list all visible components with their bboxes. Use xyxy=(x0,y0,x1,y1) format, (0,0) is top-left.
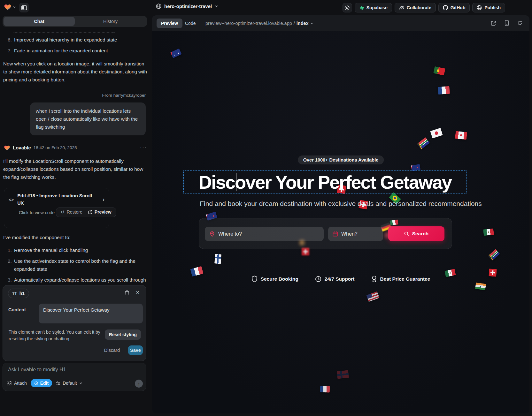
feature-support: 24/7 Support xyxy=(315,276,355,282)
lovable-logo-menu[interactable] xyxy=(4,3,16,11)
people-icon xyxy=(399,5,404,10)
composer-actions: Attach Edit xyxy=(7,379,82,387)
chevron-down-icon xyxy=(215,4,218,8)
when-input[interactable]: When? xyxy=(328,227,383,241)
image-icon xyxy=(7,381,12,385)
chevron-down-icon xyxy=(13,5,16,9)
hero-section: Over 1000+ Destinations Available Discov… xyxy=(152,31,529,413)
where-to-input[interactable]: Where to? xyxy=(205,227,324,241)
version-actions: ↺ Restore Preview xyxy=(56,208,116,217)
when-placeholder: When? xyxy=(341,231,358,237)
styling-note: This element can't be styled. You can ed… xyxy=(9,329,108,342)
list-item: 1.Remove the manual click handling xyxy=(4,246,147,254)
content-field-label: Content xyxy=(8,307,26,312)
trash-icon xyxy=(125,290,129,296)
refresh-icon xyxy=(517,20,522,26)
url-path: index xyxy=(297,21,309,26)
destinations-badge: Over 1000+ Destinations Available xyxy=(298,155,384,164)
message-menu-button[interactable]: ··· xyxy=(140,144,147,152)
attach-button[interactable]: Attach xyxy=(7,381,27,386)
chat-scroll-area[interactable]: 6.Improved visual hierarchy in the expan… xyxy=(0,29,151,285)
app-root: hero-optimizer-travel Supabase xyxy=(0,0,532,416)
location-pin-icon xyxy=(209,231,215,237)
topbar-actions: Supabase Collaborate GitHub xyxy=(343,3,505,12)
external-link-icon xyxy=(88,210,92,214)
chevron-down-icon xyxy=(310,22,313,25)
feature-secure-booking: Secure Booking xyxy=(251,276,298,282)
send-button[interactable]: ↑ xyxy=(135,380,143,388)
sliders-icon xyxy=(56,381,60,385)
composer-input[interactable] xyxy=(8,367,136,373)
restore-button[interactable]: ↺ Restore xyxy=(61,208,82,216)
preview-label: Preview xyxy=(95,208,112,216)
globe-icon xyxy=(477,5,482,10)
save-button[interactable]: Save xyxy=(128,345,143,355)
preview-panel: Preview Code preview--hero-optimizer-tra… xyxy=(152,15,529,413)
clipped-text-row xyxy=(13,31,115,33)
content-textarea[interactable]: Discover Your Perfect Getaway xyxy=(39,304,143,323)
preview-version-button[interactable]: Preview xyxy=(88,208,112,216)
edit-card-header: <> Edit #18 • Improve Location Scroll UX… xyxy=(9,192,104,208)
feature-label: Best Price Guarantee xyxy=(380,276,430,282)
sidebar-tabs: Chat History xyxy=(3,16,147,27)
project-selector[interactable]: hero-optimizer-travel xyxy=(156,4,218,9)
settings-button[interactable] xyxy=(343,3,352,12)
panel-left-icon xyxy=(21,5,27,10)
open-in-new-tab-button[interactable] xyxy=(491,20,496,26)
hero-title: Discover Your Perfect Getaway xyxy=(198,171,451,193)
modified-list: 1.Remove the manual click handling2.Use … xyxy=(4,246,147,285)
search-button[interactable]: Search xyxy=(388,226,444,241)
chat-sidebar: Chat History 6.Improved visual hierarchy… xyxy=(0,15,151,416)
assistant-paragraph: I've modified the component to: xyxy=(3,233,148,241)
assistant-header-row: Lovable 18:42 on Feb 20, 2025 ··· xyxy=(4,144,147,152)
element-tag-chip[interactable]: TT h1 xyxy=(8,289,29,298)
discard-button[interactable]: Discard xyxy=(104,348,120,353)
message-sender-label: From harrymckayroper xyxy=(0,92,146,99)
preview-url-bar[interactable]: preview--hero-optimizer-travel.lovable.a… xyxy=(205,21,313,26)
top-bar: hero-optimizer-travel Supabase xyxy=(0,0,532,15)
edit-card-title: Edit #18 • Improve Location Scroll UX xyxy=(17,192,99,208)
list-item: 6.Improved visual hierarchy in the expan… xyxy=(4,36,147,44)
close-panel-button[interactable]: × xyxy=(136,289,139,295)
refresh-button[interactable] xyxy=(517,20,522,26)
external-link-icon xyxy=(491,20,496,26)
chevron-down-icon xyxy=(79,382,82,385)
selected-h1-element[interactable]: Discover Your Perfect Getaway xyxy=(184,171,466,193)
lovable-heart-icon xyxy=(4,3,12,11)
where-to-placeholder: Where to? xyxy=(218,231,242,237)
publish-button[interactable]: Publish xyxy=(472,3,505,12)
sidebar-toggle-button[interactable] xyxy=(19,3,29,12)
tab-preview[interactable]: Preview xyxy=(157,19,182,28)
mode-selector[interactable]: Default xyxy=(56,381,82,386)
mobile-view-button[interactable] xyxy=(505,20,509,26)
collaborate-button[interactable]: Collaborate xyxy=(395,3,436,12)
tab-chat[interactable]: Chat xyxy=(4,17,75,26)
delete-element-button[interactable] xyxy=(125,290,129,296)
supabase-button[interactable]: Supabase xyxy=(355,3,392,12)
edit-version-card[interactable]: <> Edit #18 • Improve Location Scroll UX… xyxy=(4,188,109,229)
preview-viewport[interactable]: Over 1000+ Destinations Available Discov… xyxy=(152,31,529,413)
feature-price-guarantee: Best Price Guarantee xyxy=(371,276,430,282)
phone-icon xyxy=(505,20,509,26)
github-label: GitHub xyxy=(451,5,466,10)
project-name: hero-optimizer-travel xyxy=(164,4,212,9)
tab-history[interactable]: History xyxy=(75,17,146,26)
clock-icon xyxy=(315,276,321,282)
supabase-icon xyxy=(359,5,364,10)
chat-composer: Attach Edit xyxy=(3,363,146,391)
url-separator: / xyxy=(294,21,295,26)
edit-mode-button[interactable]: Edit xyxy=(31,379,52,387)
target-icon xyxy=(34,381,38,385)
mode-label: Default xyxy=(63,381,77,386)
reset-styling-button[interactable]: Reset styling xyxy=(105,329,141,340)
list-item: 3.Automatically expand/collapse location… xyxy=(4,276,147,285)
lovable-heart-icon xyxy=(4,145,10,151)
github-button[interactable]: GitHub xyxy=(438,3,470,12)
user-message-bubble: when i scroll into the individual locati… xyxy=(30,102,146,135)
list-item: 7.Fade-in animation for the expanded con… xyxy=(4,47,147,55)
preview-toolbar-icons xyxy=(491,20,522,26)
tab-code[interactable]: Code xyxy=(185,21,196,26)
search-panel: Where to? When? xyxy=(199,218,452,249)
assistant-paragraph: Now when you click on a location image, … xyxy=(3,60,148,84)
hero-subtitle: Find and book your dream destination wit… xyxy=(152,200,529,208)
